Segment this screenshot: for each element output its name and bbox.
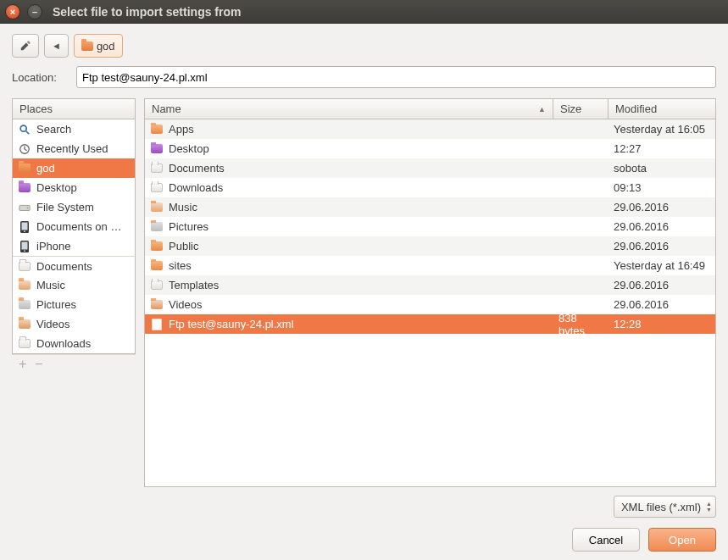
file-modified: Yesterday at 16:49 [609, 259, 715, 272]
file-name: Videos [169, 298, 203, 311]
file-name: Documents [169, 162, 225, 175]
file-size: 838 bytes [553, 312, 609, 337]
places-header: Places [13, 99, 135, 119]
file-row[interactable]: Public29.06.2016 [145, 236, 715, 256]
open-button[interactable]: Open [648, 528, 716, 552]
filter-row: XML files (*.xml) ▲▼ [12, 496, 716, 518]
file-name: Desktop [169, 142, 209, 155]
svg-point-10 [24, 250, 25, 252]
places-item-label: Recently Used [36, 142, 108, 155]
drive-icon [18, 201, 31, 214]
dropdown-spinner-icon: ▲▼ [706, 501, 712, 513]
folder-white-icon [150, 279, 164, 292]
svg-point-0 [20, 125, 26, 131]
file-row[interactable]: Ftp test@sauny-24.pl.xml838 bytes12:28 [145, 314, 715, 334]
file-modified: 09:13 [609, 181, 715, 194]
chevron-left-icon: ◄ [52, 41, 61, 51]
breadcrumb-label: god [97, 40, 115, 53]
file-name: Pictures [169, 220, 208, 233]
places-item[interactable]: Desktop [13, 178, 135, 197]
svg-rect-6 [22, 222, 28, 230]
places-item-label: god [36, 162, 55, 175]
file-row[interactable]: Documentssobota [145, 158, 715, 178]
file-modified: 29.06.2016 [609, 201, 715, 213]
file-row[interactable]: Pictures29.06.2016 [145, 217, 715, 236]
folder-vid-icon [18, 318, 31, 331]
places-item[interactable]: Documents on … [13, 217, 135, 236]
dialog-content: ◄ god Location: Places SearchRecently Us… [0, 24, 728, 560]
file-row[interactable]: Downloads09:13 [145, 178, 715, 197]
dialog-actions: Cancel Open [12, 528, 716, 552]
file-row[interactable]: Music29.06.2016 [145, 197, 715, 217]
home-folder-icon [81, 42, 93, 51]
folder-dl-icon [150, 181, 164, 195]
places-item[interactable]: File System [13, 197, 135, 217]
places-item-label: Downloads [36, 337, 91, 350]
places-item[interactable]: Pictures [13, 295, 135, 314]
file-row[interactable]: Videos29.06.2016 [145, 295, 715, 314]
places-item-label: Documents [36, 260, 92, 273]
file-type-filter-label: XML files (*.xml) [621, 501, 701, 513]
sort-ascending-icon: ▲ [538, 105, 546, 114]
folder-icon [150, 240, 164, 253]
file-modified: 29.06.2016 [609, 298, 715, 311]
file-name: Apps [169, 123, 194, 136]
places-item[interactable]: Videos [13, 314, 135, 334]
location-input[interactable] [76, 66, 716, 88]
cancel-button[interactable]: Cancel [572, 528, 640, 552]
column-header-modified-label: Modified [615, 103, 657, 115]
places-item[interactable]: Recently Used [13, 139, 135, 158]
folder-pic-icon [18, 298, 31, 312]
places-list: SearchRecently UsedgodDesktopFile System… [13, 119, 135, 353]
window-title: Select file to import settings from [53, 5, 241, 19]
column-header-size[interactable]: Size [553, 99, 609, 119]
file-row[interactable]: Templates29.06.2016 [145, 275, 715, 295]
file-chooser-body: Places SearchRecently UsedgodDesktopFile… [12, 98, 716, 487]
places-item-label: Music [36, 279, 65, 291]
close-window-button[interactable]: × [5, 4, 20, 19]
file-name: sites [169, 259, 192, 272]
pencil-icon [19, 40, 31, 52]
file-name: Music [169, 201, 197, 213]
svg-rect-9 [22, 241, 28, 249]
minimize-window-button[interactable]: – [27, 4, 42, 19]
search-icon [18, 123, 31, 136]
places-item[interactable]: Downloads [13, 334, 135, 353]
remove-bookmark-button[interactable]: − [35, 358, 42, 371]
file-modified: 12:27 [609, 142, 715, 155]
edit-path-button[interactable] [12, 34, 39, 58]
places-item[interactable]: Music [13, 275, 135, 295]
column-header-name[interactable]: Name ▲ [145, 99, 553, 119]
column-header-size-label: Size [560, 103, 581, 115]
places-panel: Places SearchRecently UsedgodDesktopFile… [12, 98, 136, 354]
svg-point-7 [24, 230, 25, 232]
breadcrumb-current[interactable]: god [74, 34, 123, 58]
file-row[interactable]: Desktop12:27 [145, 139, 715, 158]
file-modified: 29.06.2016 [609, 240, 715, 252]
folder-dl-icon [18, 337, 31, 351]
places-item[interactable]: Search [13, 119, 135, 139]
places-item-label: Videos [36, 318, 70, 330]
file-modified: sobota [609, 162, 715, 175]
location-row: Location: [12, 66, 716, 88]
add-bookmark-button[interactable]: + [19, 358, 26, 371]
places-item[interactable]: god [13, 158, 135, 178]
file-row[interactable]: sitesYesterday at 16:49 [145, 256, 715, 275]
folder-vid-icon [150, 298, 164, 312]
path-back-button[interactable]: ◄ [44, 34, 69, 58]
home-icon [18, 162, 31, 175]
folder-pic-icon [150, 220, 164, 234]
file-modified: 12:28 [609, 318, 715, 330]
places-item-label: Desktop [36, 181, 77, 194]
file-name: Templates [169, 279, 219, 291]
folder-icon [150, 259, 164, 273]
places-item-label: iPhone [36, 240, 70, 252]
desktop-icon [18, 181, 31, 195]
svg-line-1 [26, 130, 30, 134]
file-type-filter[interactable]: XML files (*.xml) ▲▼ [614, 496, 716, 518]
places-item[interactable]: Documents [13, 256, 135, 275]
file-row[interactable]: AppsYesterday at 16:05 [145, 119, 715, 139]
svg-point-4 [27, 207, 29, 208]
places-item[interactable]: iPhone [13, 236, 135, 256]
column-header-modified[interactable]: Modified [609, 99, 715, 119]
